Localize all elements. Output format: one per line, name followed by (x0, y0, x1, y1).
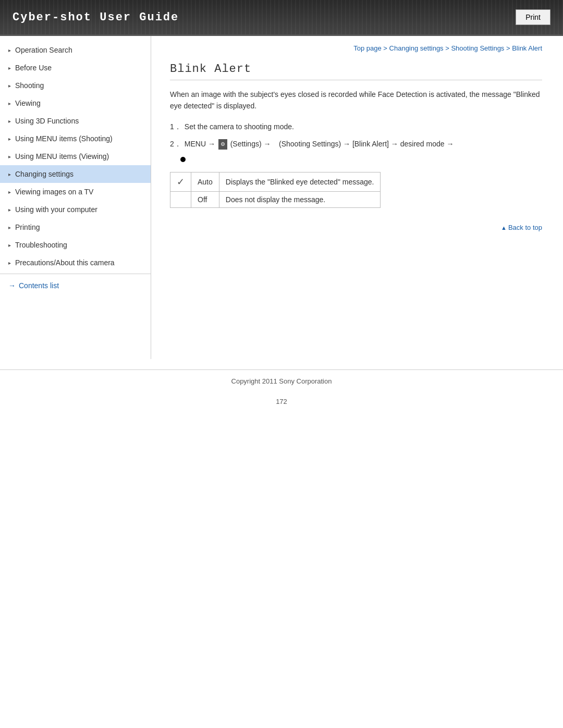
sidebar-arrow-4: ▸ (8, 118, 11, 124)
step-2: 2． MENU → ⚙ (Settings) → (Shooting Setti… (170, 138, 542, 151)
table-row-0: ✓ Auto Displays the "Blinked eye detecte… (170, 172, 381, 192)
contents-list-link[interactable]: → Contents list (8, 281, 142, 290)
sidebar-item-7[interactable]: ▸Changing settings (0, 165, 151, 183)
sidebar-label-7: Changing settings (15, 170, 74, 178)
table-row-1: Off Does not display the message. (170, 192, 381, 208)
sidebar-arrow-10: ▸ (8, 225, 11, 230)
sidebar-label-1: Before Use (15, 64, 52, 72)
sidebar-item-11[interactable]: ▸Troubleshooting (0, 236, 151, 254)
sidebar-footer: → Contents list (0, 274, 151, 297)
main-content: Top page > Changing settings > Shooting … (151, 36, 563, 247)
sidebar-item-0[interactable]: ▸Operation Search (0, 41, 151, 59)
breadcrumb-shooting-settings[interactable]: Shooting Settings (451, 44, 504, 52)
back-to-top-label: Back to top (508, 224, 542, 231)
step-1-number: 1． (170, 120, 181, 133)
desc-cell-0: Displays the "Blinked eye detected" mess… (219, 172, 381, 192)
back-to-top: ▲ Back to top (170, 224, 542, 231)
sidebar-label-6: Using MENU items (Viewing) (15, 152, 109, 161)
sidebar-item-4[interactable]: ▸Using 3D Functions (0, 112, 151, 130)
sidebar-arrow-6: ▸ (8, 154, 11, 159)
settings-table: ✓ Auto Displays the "Blinked eye detecte… (170, 172, 381, 208)
back-to-top-icon: ▲ (501, 225, 508, 231)
step-1-text: Set the camera to shooting mode. (185, 120, 542, 133)
sidebar-item-6[interactable]: ▸Using MENU items (Viewing) (0, 147, 151, 165)
mode-cell-0: Auto (191, 172, 219, 192)
sidebar-item-3[interactable]: ▸Viewing (0, 94, 151, 112)
sidebar-arrow-7: ▸ (8, 171, 11, 177)
sidebar-arrow-3: ▸ (8, 101, 11, 106)
sidebar-label-4: Using 3D Functions (15, 117, 79, 125)
sidebar-arrow-12: ▸ (8, 260, 11, 266)
bullet-dot (180, 157, 186, 162)
sidebar-item-2[interactable]: ▸Shooting (0, 77, 151, 94)
sidebar-label-9: Using with your computer (15, 205, 97, 214)
description: When an image with the subject's eyes cl… (170, 89, 542, 112)
sidebar-item-12[interactable]: ▸Precautions/About this camera (0, 254, 151, 272)
sidebar-item-1[interactable]: ▸Before Use (0, 59, 151, 77)
content-section: When an image with the subject's eyes cl… (170, 89, 542, 208)
copyright: Copyright 2011 Sony Corporation (231, 377, 332, 385)
sidebar-label-5: Using MENU items (Shooting) (15, 134, 113, 143)
step-2-number: 2． (170, 138, 181, 151)
sidebar-arrow-11: ▸ (8, 242, 11, 248)
desc-cell-1: Does not display the message. (219, 192, 381, 208)
sidebar-item-5[interactable]: ▸Using MENU items (Shooting) (0, 130, 151, 147)
footer: Copyright 2011 Sony Corporation (0, 369, 563, 392)
step-bullet (170, 155, 542, 164)
sidebar-label-10: Printing (15, 223, 40, 231)
sidebar-arrow-2: ▸ (8, 83, 11, 89)
mode-cell-1: Off (191, 192, 219, 208)
sidebar-item-8[interactable]: ▸Viewing images on a TV (0, 183, 151, 201)
app-title: Cyber-shot User Guide (13, 11, 179, 24)
sidebar-arrow-5: ▸ (8, 136, 11, 142)
sidebar-item-9[interactable]: ▸Using with your computer (0, 201, 151, 218)
step-2-text: MENU → ⚙ (Settings) → (Shooting Settings… (185, 138, 542, 151)
sidebar-label-3: Viewing (15, 99, 41, 107)
sidebar-label-2: Shooting (15, 81, 44, 90)
sidebar-arrow-9: ▸ (8, 207, 11, 213)
settings-icon: ⚙ (218, 139, 227, 150)
arrow-right-icon: → (8, 281, 16, 290)
check-cell-1 (170, 192, 191, 208)
page-number: 172 (0, 392, 563, 416)
sidebar-label-0: Operation Search (15, 46, 72, 54)
sidebar-arrow-0: ▸ (8, 47, 11, 53)
sidebar-item-10[interactable]: ▸Printing (0, 218, 151, 236)
header: Cyber-shot User Guide Print (0, 0, 563, 36)
breadcrumb-changing-settings[interactable]: Changing settings (389, 44, 444, 52)
breadcrumb: Top page > Changing settings > Shooting … (170, 44, 542, 52)
breadcrumb-top-page[interactable]: Top page (353, 44, 382, 52)
page-layout: ▸Operation Search▸Before Use▸Shooting▸Vi… (0, 36, 563, 359)
back-to-top-link[interactable]: ▲ Back to top (501, 224, 542, 231)
sidebar-label-8: Viewing images on a TV (15, 188, 93, 196)
step-1: 1． Set the camera to shooting mode. (170, 120, 542, 133)
page-title: Blink Alert (170, 63, 542, 80)
contents-list-label: Contents list (19, 281, 59, 290)
print-button[interactable]: Print (516, 9, 550, 25)
breadcrumb-blink-alert: Blink Alert (512, 44, 542, 52)
sidebar-arrow-1: ▸ (8, 65, 11, 71)
sidebar: ▸Operation Search▸Before Use▸Shooting▸Vi… (0, 36, 151, 359)
sidebar-label-11: Troubleshooting (15, 241, 67, 249)
check-cell-0: ✓ (170, 172, 191, 192)
sidebar-label-12: Precautions/About this camera (15, 258, 115, 267)
sidebar-arrow-8: ▸ (8, 189, 11, 195)
